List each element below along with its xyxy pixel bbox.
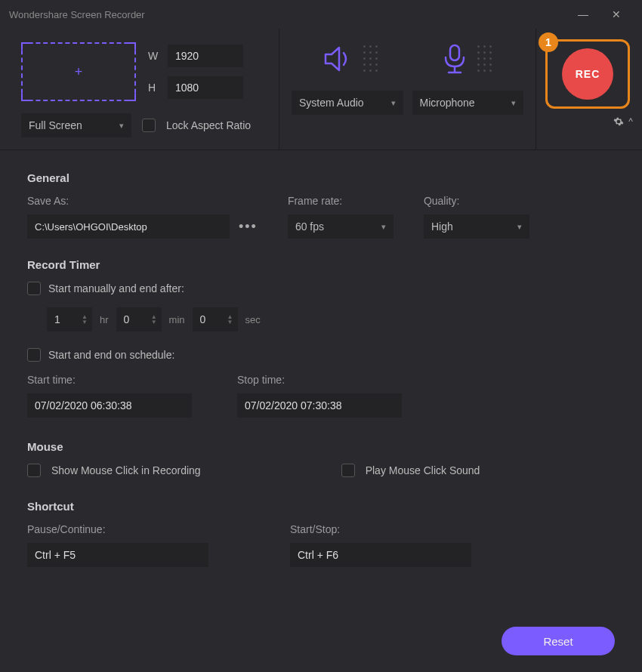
frame-rate-label: Frame rate: bbox=[288, 195, 394, 207]
lock-aspect-label: Lock Aspect Ratio bbox=[166, 119, 251, 131]
chevron-down-icon: ▾ bbox=[511, 98, 516, 108]
record-panel: 1 REC ^ bbox=[536, 29, 642, 150]
manual-end-label: Start manually and end after: bbox=[48, 282, 184, 294]
sec-unit: sec bbox=[245, 314, 261, 325]
height-label: H bbox=[148, 82, 160, 94]
chevron-down-icon: ▾ bbox=[119, 121, 124, 131]
start-time-label: Start time: bbox=[27, 374, 192, 386]
save-as-label: Save As: bbox=[27, 195, 258, 207]
frame-rate-value: 60 fps bbox=[295, 220, 324, 233]
hours-stepper[interactable]: 1▲▼ bbox=[47, 307, 92, 331]
system-audio-value: System Audio bbox=[299, 97, 364, 109]
stop-time-input[interactable] bbox=[237, 393, 402, 418]
capture-mode-dropdown[interactable]: Full Screen ▾ bbox=[21, 113, 131, 137]
startstop-shortcut-input[interactable] bbox=[290, 543, 471, 567]
min-unit: min bbox=[169, 314, 185, 325]
browse-button[interactable]: ••• bbox=[239, 219, 258, 235]
lock-aspect-checkbox[interactable] bbox=[142, 119, 156, 132]
schedule-label: Start and end on schedule: bbox=[48, 349, 174, 361]
width-label: W bbox=[148, 50, 160, 62]
capture-panel: + W H Full Screen ▾ Lock Aspect Ratio bbox=[0, 29, 279, 150]
schedule-checkbox[interactable] bbox=[27, 348, 41, 362]
settings-panel: General Save As: ••• Frame rate: 60 fps … bbox=[0, 150, 642, 582]
microphone-dropdown[interactable]: Microphone ▾ bbox=[412, 91, 524, 115]
capture-mode-value: Full Screen bbox=[29, 119, 82, 131]
chevron-down-icon: ▾ bbox=[517, 222, 522, 232]
plus-icon: + bbox=[75, 64, 83, 80]
quality-value: High bbox=[431, 220, 453, 233]
mouse-section-title: Mouse bbox=[27, 440, 615, 453]
gear-icon bbox=[613, 116, 624, 127]
reset-button[interactable]: Reset bbox=[502, 627, 615, 655]
system-audio-dropdown[interactable]: System Audio ▾ bbox=[292, 91, 403, 115]
speaker-icon bbox=[323, 44, 356, 74]
seconds-stepper[interactable]: 0▲▼ bbox=[193, 307, 238, 331]
general-section-title: General bbox=[27, 171, 615, 184]
quality-dropdown[interactable]: High ▾ bbox=[424, 214, 529, 239]
drag-handle-icon[interactable] bbox=[363, 45, 378, 72]
timer-section-title: Record Timer bbox=[27, 258, 615, 271]
capture-area-selector[interactable]: + bbox=[21, 42, 136, 101]
chevron-up-icon: ^ bbox=[628, 116, 633, 127]
close-button[interactable]: ✕ bbox=[600, 8, 633, 20]
record-button[interactable]: 1 REC bbox=[545, 39, 630, 109]
save-as-input[interactable] bbox=[27, 214, 230, 239]
stop-time-label: Stop time: bbox=[237, 374, 402, 386]
frame-rate-dropdown[interactable]: 60 fps ▾ bbox=[288, 214, 394, 239]
settings-toggle[interactable]: ^ bbox=[545, 116, 633, 127]
record-badge: 1 bbox=[539, 32, 558, 52]
height-input[interactable] bbox=[168, 76, 243, 99]
play-sound-checkbox[interactable] bbox=[341, 464, 355, 477]
chevron-down-icon: ▾ bbox=[391, 98, 396, 108]
titlebar: Wondershare Screen Recorder — ✕ bbox=[0, 0, 642, 29]
record-circle: REC bbox=[562, 48, 613, 100]
startstop-label: Start/Stop: bbox=[290, 523, 471, 535]
show-click-label: Show Mouse Click in Recording bbox=[51, 464, 201, 476]
pause-label: Pause/Continue: bbox=[27, 523, 208, 535]
svg-rect-0 bbox=[450, 45, 459, 60]
hr-unit: hr bbox=[100, 314, 109, 325]
record-label: REC bbox=[576, 68, 600, 80]
width-input[interactable] bbox=[168, 45, 243, 67]
audio-panel: System Audio ▾ Microphone ▾ bbox=[279, 29, 536, 150]
show-click-checkbox[interactable] bbox=[27, 464, 41, 477]
quality-label: Quality: bbox=[424, 195, 529, 207]
pause-shortcut-input[interactable] bbox=[27, 543, 208, 567]
shortcut-section-title: Shortcut bbox=[27, 500, 615, 513]
minimize-button[interactable]: — bbox=[566, 8, 600, 20]
minutes-stepper[interactable]: 0▲▼ bbox=[116, 307, 162, 331]
start-time-input[interactable] bbox=[27, 393, 192, 418]
chevron-down-icon: ▾ bbox=[381, 222, 386, 232]
window-title: Wondershare Screen Recorder bbox=[9, 9, 145, 20]
microphone-value: Microphone bbox=[420, 97, 475, 109]
microphone-icon bbox=[440, 42, 470, 76]
manual-end-checkbox[interactable] bbox=[27, 282, 41, 295]
drag-handle-icon[interactable] bbox=[477, 45, 492, 72]
play-sound-label: Play Mouse Click Sound bbox=[366, 464, 480, 476]
